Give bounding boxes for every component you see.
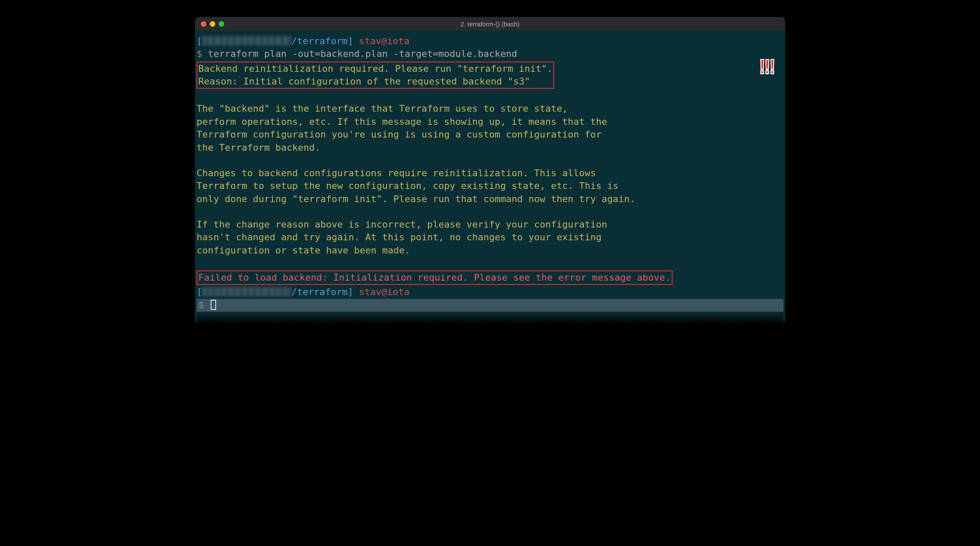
body-p2-l1: Changes to backend configurations requir… xyxy=(197,167,783,180)
cursor xyxy=(211,300,216,310)
close-button[interactable] xyxy=(201,21,206,27)
warning-line-1: Backend reinitialization required. Pleas… xyxy=(198,62,552,75)
body-p3-l3: configuration or state have been made. xyxy=(197,244,783,257)
body-p1-l4: the Terraform backend. xyxy=(197,141,783,154)
exclamation-annotation: !!! xyxy=(759,53,774,81)
terminal-body[interactable]: !!! [/terraform] stav@iota $ terraform p… xyxy=(195,31,785,324)
blank xyxy=(197,257,783,270)
cwd-path: /terraform xyxy=(291,36,347,46)
bracket-close-2: ] xyxy=(348,287,359,297)
prompt-symbol-2: $ xyxy=(198,300,210,310)
blank xyxy=(197,154,783,167)
redacted-path-2 xyxy=(202,287,291,296)
body-p1-l3: Terraform configuration you're using is … xyxy=(197,128,783,141)
prompt-line-1: [/terraform] stav@iota xyxy=(197,35,783,48)
prompt-line-2: [/terraform] stav@iota xyxy=(197,286,783,298)
command-line: $ terraform plan -out=backend.plan -targ… xyxy=(197,48,783,60)
traffic-lights xyxy=(201,21,224,27)
warning-box: Backend reinitialization required. Pleas… xyxy=(197,62,554,89)
command-text: terraform plan -out=backend.plan -target… xyxy=(208,48,517,59)
body-p3-l1: If the change reason above is incorrect,… xyxy=(197,218,783,231)
bottom-fade xyxy=(197,312,783,324)
user-host: stav@iota xyxy=(359,36,409,46)
redacted-path xyxy=(202,36,291,45)
maximize-button[interactable] xyxy=(219,21,224,27)
body-p3-l2: hasn't changed and try again. At this po… xyxy=(197,231,783,244)
body-p1-l2: perform operations, etc. If this message… xyxy=(197,115,783,128)
bracket-open: [ xyxy=(197,36,202,46)
window-title: 2. terraform-() (bash) xyxy=(460,20,519,28)
warning-line-2: Reason: Initial configuration of the req… xyxy=(198,75,552,88)
cwd-path-2: /terraform xyxy=(291,287,347,297)
terminal-window: 2. terraform-() (bash) !!! [/terraform] … xyxy=(195,17,785,324)
body-p2-l3: only done during "terraform init". Pleas… xyxy=(197,193,783,205)
error-line: Failed to load backend: Initialization r… xyxy=(198,272,671,283)
blank xyxy=(197,90,783,102)
bracket-open-2: [ xyxy=(197,287,202,297)
error-box: Failed to load backend: Initialization r… xyxy=(197,270,673,285)
active-prompt-line[interactable]: $ xyxy=(197,299,783,312)
blank xyxy=(197,205,783,218)
titlebar[interactable]: 2. terraform-() (bash) xyxy=(195,17,785,31)
bracket-close: ] xyxy=(348,36,359,46)
body-p2-l2: Terraform to setup the new configuration… xyxy=(197,180,783,192)
body-p1-l1: The "backend" is the interface that Terr… xyxy=(197,102,783,115)
prompt-symbol: $ xyxy=(197,48,208,59)
user-host-2: stav@iota xyxy=(359,287,409,297)
minimize-button[interactable] xyxy=(210,21,215,27)
